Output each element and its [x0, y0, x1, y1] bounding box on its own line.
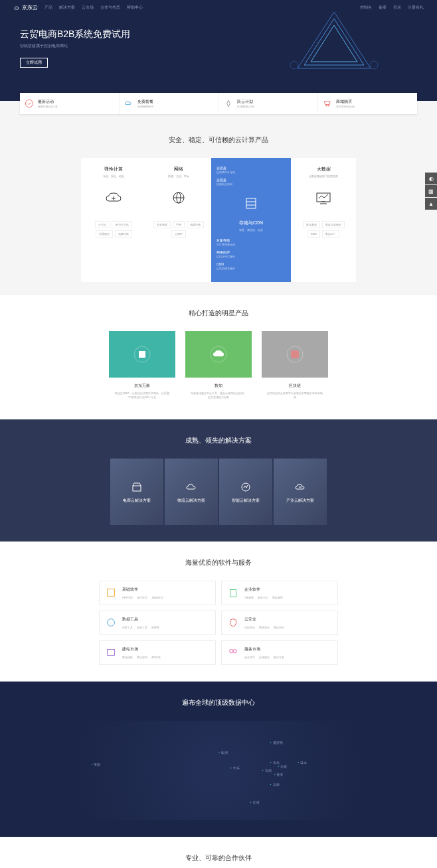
svg-rect-22 [108, 650, 115, 656]
svg-point-21 [108, 619, 115, 626]
service-market-icon [227, 646, 239, 658]
software-icon [105, 587, 117, 599]
nav-register[interactable]: 注册有礼 [408, 5, 424, 11]
feature-bar: 最新活动免费体验5款计算 免费套餐长期免费使用 跃云计划扶持最高5万元 商城购买… [20, 93, 417, 114]
section-title: 安全、稳定、可信赖的云计算产品 [20, 135, 417, 145]
world-map: 美国欧洲中东俄罗斯华北华南华东香港日本马来印度 [20, 721, 417, 820]
map-location[interactable]: 俄罗斯 [270, 741, 283, 745]
svg-point-1 [370, 61, 378, 69]
data-icon [132, 344, 152, 364]
product-card-storage[interactable]: 云硬盘提供高可靠存储 云硬盘快速安全访问 存储与CDN 海量、高性能、稳定 对象… [211, 158, 291, 282]
service-card[interactable]: 基础软件PHP环境NET环境JAVA环境 [99, 581, 216, 605]
svg-point-23 [230, 650, 233, 653]
nav-item[interactable]: 解决方案 [59, 5, 75, 11]
map-location[interactable]: 印度 [250, 800, 260, 804]
map-location[interactable]: 美国 [92, 762, 101, 766]
side-tool-top[interactable]: ▲ [425, 198, 437, 210]
map-location[interactable]: 华东 [278, 764, 288, 768]
map-location[interactable]: 欧洲 [218, 751, 228, 755]
side-tools: ◐ ▦ ▲ [425, 173, 437, 210]
solution-card[interactable]: 物流云解决方案 [165, 459, 218, 525]
svg-rect-13 [139, 351, 145, 358]
svg-point-24 [233, 650, 236, 653]
security-icon [227, 616, 239, 628]
shop-icon [130, 480, 143, 494]
website-icon [105, 646, 117, 658]
feature-item[interactable]: 商城购买充值有好礼送送 [318, 93, 417, 114]
rocket-icon [223, 98, 234, 109]
feature-item[interactable]: 最新活动免费体验5款计算 [20, 93, 120, 114]
storage-icon [241, 195, 261, 212]
hero: 云贸电商B2B系统免费试用 秒级搭建属于您的电商网站 立即试用 [0, 15, 437, 81]
industry-icon [294, 480, 307, 494]
cloud-icon [124, 98, 134, 109]
map-location[interactable]: 华南 [262, 768, 272, 772]
map-location[interactable]: 日本 [298, 760, 307, 764]
nav-item[interactable]: 产品 [44, 5, 52, 11]
solution-card[interactable]: 智能云解决方案 [219, 459, 272, 525]
svg-point-2 [25, 100, 33, 107]
svg-rect-16 [291, 350, 299, 358]
nav-login[interactable]: 登录 [393, 5, 401, 11]
service-card[interactable]: 云安全主机安全网络安全数据安全 [221, 611, 338, 635]
nav-item[interactable]: 帮助中心 [127, 5, 143, 11]
svg-rect-6 [246, 198, 256, 208]
section-title: 遍布全球的顶级数据中心 [20, 698, 417, 707]
side-tool-qr[interactable]: ▦ [425, 185, 437, 197]
hero-graphic [284, 5, 384, 78]
ai-icon [239, 480, 252, 494]
hero-cta-button[interactable]: 立即试用 [20, 58, 48, 68]
service-card[interactable]: 建站市场网站模板网站空间API开发 [99, 640, 216, 665]
service-card[interactable]: 企业软件OA管理财务办公商超管理 [221, 581, 338, 605]
monitor-icon [313, 190, 333, 206]
solution-card[interactable]: 电商云解决方案 [110, 459, 163, 525]
cart-icon [322, 98, 333, 109]
activity-icon [24, 98, 35, 109]
globe-icon [169, 190, 189, 206]
logistics-icon [185, 480, 198, 494]
product-card-bigdata[interactable]: 大数据 让数据驱动的门槛更低廉 数据集成数据计算服务 BMR数据工厂 [291, 158, 356, 282]
map-location[interactable]: 马来 [270, 782, 280, 786]
data-tool-icon [105, 616, 117, 628]
star-card[interactable]: 区块链 提供稳定安全性高可靠的底层引擎服务和现有场景 [262, 331, 328, 406]
svg-point-0 [290, 61, 298, 69]
map-location[interactable]: 中东 [230, 766, 240, 770]
section-title: 精心打造的明星产品 [20, 309, 417, 318]
product-card-network[interactable]: 网络 快速、灵活、可靠 私有网络子网 负载均衡公网IP [146, 158, 211, 282]
feature-item[interactable]: 免费套餐长期免费使用 [120, 93, 219, 114]
star-card[interactable]: 京东万象 数据提供API，让数据使用更简单高效，已覆盖20多数据行业300+行业 [109, 331, 175, 406]
logo[interactable]: 京东云 [13, 4, 38, 11]
section-title: 成熟、领先的解决方案 [20, 436, 417, 445]
cloud-icon [209, 344, 228, 364]
svg-rect-17 [133, 486, 141, 491]
chain-icon [285, 344, 305, 364]
enterprise-icon [227, 587, 239, 599]
star-card[interactable]: 数知 精准营销整合平台工具，整合全链路转运应用，提升营销能力创新 [185, 331, 252, 406]
solution-card[interactable]: 产业云解决方案 [274, 459, 327, 525]
section-title: 专业、可靠的合作伙伴 [20, 853, 417, 863]
feature-item[interactable]: 跃云计划扶持最高5万元 [219, 93, 319, 114]
cloud-icon [104, 190, 124, 206]
section-title: 海量优质的软件与服务 [20, 558, 417, 567]
service-card[interactable]: 数据工具日常工具在线工具电商系 [99, 611, 216, 635]
product-card-compute[interactable]: 弹性计算 专业、安全、稳定 云主机GPU云主机 容器服务负载均衡 [81, 158, 146, 282]
map-location[interactable]: 香港 [274, 772, 284, 776]
nav-item[interactable]: 合作与生态 [100, 5, 120, 11]
svg-rect-20 [230, 590, 236, 597]
service-card[interactable]: 服务市场业务招导运维服务解决方案 [221, 640, 338, 665]
svg-rect-19 [108, 589, 115, 597]
side-tool-chat[interactable]: ◐ [425, 173, 437, 184]
nav-item[interactable]: 云市场 [82, 5, 94, 11]
